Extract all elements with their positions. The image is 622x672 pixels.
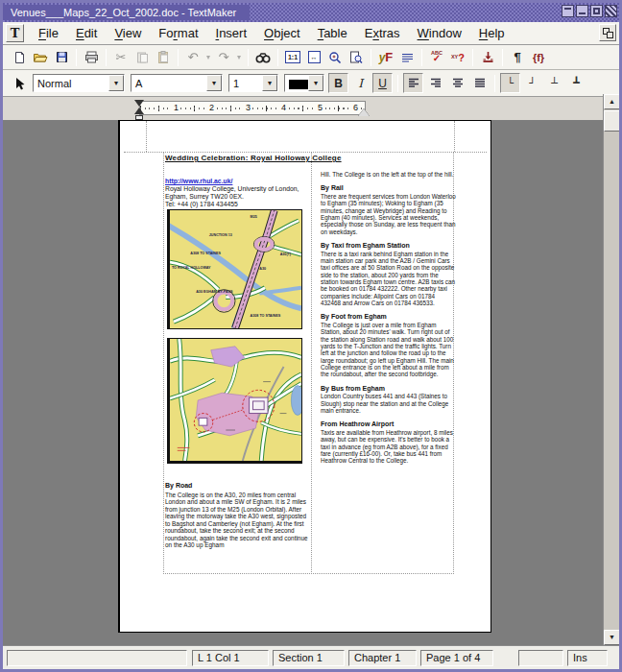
document-page[interactable]: Wedding Celebration: Royal Holloway Coll…	[118, 120, 491, 633]
scrollbar-thumb[interactable]	[604, 110, 620, 132]
page-preview-icon	[349, 51, 363, 63]
section-by-rail: By Rail There are frequent services from…	[321, 184, 456, 235]
map-label-a308-south: A308 TO STAINES	[251, 314, 281, 318]
tab-left-button[interactable]: └	[500, 73, 520, 93]
color-dropdown-icon[interactable]: ▾	[308, 75, 323, 91]
section-by-foot: By Foot from Egham The College is just o…	[321, 313, 456, 377]
campus-map-image[interactable]	[167, 338, 302, 464]
scroll-down-icon[interactable]: ▼	[604, 630, 620, 645]
close-button[interactable]	[605, 5, 617, 17]
paragraph-format-button[interactable]	[396, 47, 418, 68]
menu-item-view[interactable]: View	[106, 24, 150, 42]
redo-dropdown[interactable]: ▾	[234, 53, 244, 61]
size-dropdown-icon[interactable]: ▾	[262, 75, 277, 91]
menu-item-object[interactable]: Object	[255, 24, 309, 42]
map-label-junction-13: JUNCTION 13	[209, 233, 232, 237]
object-mode-button[interactable]	[9, 73, 30, 94]
indent-marker-right[interactable]	[358, 108, 370, 116]
horizontal-ruler[interactable]: 1 2 3 4 5 6	[139, 101, 366, 115]
paste-button[interactable]	[153, 47, 174, 68]
spellcheck-button[interactable]: ABC✓	[426, 47, 447, 68]
ruler-number: 3	[244, 103, 252, 112]
find-button[interactable]	[252, 47, 274, 68]
font-combobox[interactable]: A ▾	[131, 74, 223, 92]
indent-marker-first-line[interactable]	[134, 100, 144, 107]
bold-button[interactable]: B	[328, 73, 348, 93]
map-label-to-royal-holloway: TO ROYAL HOLLOWAY	[172, 266, 211, 270]
standard-toolbar: ✂ ↶ ▾ ↷ ▾ 1:1 ↔ yF ABC✓ XY? ¶ {f}	[3, 45, 619, 70]
maximize-button[interactable]	[590, 5, 603, 17]
menu-item-extras[interactable]: Extras	[356, 24, 409, 42]
undo-dropdown[interactable]: ▾	[203, 53, 213, 61]
textmaker-window: Venues___Maps_22_Oct_2002.doc - TextMake…	[0, 0, 622, 672]
college-website-link[interactable]: http://www.rhul.ac.uk/	[165, 178, 309, 184]
align-right-button[interactable]	[425, 73, 445, 93]
align-left-button[interactable]	[403, 73, 423, 93]
underline-button[interactable]: U	[372, 73, 393, 93]
road-map-image[interactable]: M25 JUNCTION 13 A30(T) A30 A308 TO STAIN…	[167, 209, 302, 329]
zoom-button[interactable]	[324, 47, 346, 68]
map-label-egham-bypass: A30 EGHAM BY-PASS	[196, 290, 233, 294]
status-chapter[interactable]: Chapter 1	[348, 650, 417, 666]
menu-item-window[interactable]: Window	[409, 24, 470, 42]
style-combobox[interactable]: Normal ▾	[33, 74, 125, 92]
align-center-button[interactable]	[447, 73, 467, 93]
status-page[interactable]: Page 1 of 4	[420, 650, 493, 666]
align-justify-button[interactable]	[469, 73, 490, 93]
ruler-number: 4	[279, 103, 288, 112]
print-preview-button[interactable]	[346, 47, 367, 68]
menu-item-table[interactable]: Table	[309, 24, 356, 42]
copy-button[interactable]	[132, 47, 153, 68]
insert-down-icon	[482, 51, 494, 63]
app-icon[interactable]: T	[6, 24, 24, 42]
menu-item-edit[interactable]: Edit	[67, 24, 106, 42]
title-bar[interactable]: Venues___Maps_22_Oct_2002.doc - TextMake…	[3, 3, 619, 22]
tab-right-button[interactable]: ┘	[522, 73, 542, 93]
style-dropdown-icon[interactable]: ▾	[108, 75, 124, 91]
status-insert-mode[interactable]: Ins	[567, 650, 608, 666]
thesaurus-button[interactable]: XY?	[447, 47, 468, 68]
fields-button[interactable]: yF	[375, 47, 396, 68]
minimize-button[interactable]	[576, 5, 588, 17]
vertical-scrollbar[interactable]: ▲ ▼	[603, 94, 619, 645]
menu-item-file[interactable]: File	[30, 24, 67, 42]
new-document-button[interactable]	[9, 47, 30, 68]
font-dropdown-icon[interactable]: ▾	[206, 75, 222, 91]
save-floppy-icon	[56, 51, 68, 63]
menu-item-insert[interactable]: Insert	[207, 24, 256, 42]
tab-center-button[interactable]: ┴	[544, 73, 564, 93]
insert-text-button[interactable]	[477, 47, 498, 68]
map-label-m25: M25	[251, 215, 257, 219]
print-button[interactable]	[81, 47, 102, 68]
font-size-combobox[interactable]: 1 ▾	[228, 74, 278, 92]
menu-bar: T File Edit View Format Insert Object Ta…	[3, 22, 619, 45]
font-color-combobox[interactable]: ▾	[284, 74, 324, 92]
document-workspace[interactable]: Wedding Celebration: Royal Holloway Coll…	[3, 120, 619, 645]
fit-width-icon: ↔	[308, 51, 321, 63]
open-button[interactable]	[30, 47, 51, 68]
tab-decimal-button[interactable]: ┻	[566, 73, 586, 93]
menu-item-help[interactable]: Help	[470, 24, 514, 42]
cut-button[interactable]: ✂	[110, 47, 132, 68]
ruler-number: 2	[207, 103, 216, 112]
status-section[interactable]: Section 1	[273, 650, 345, 666]
document-restore-icon[interactable]	[599, 24, 616, 41]
formula-button[interactable]: {f}	[528, 47, 549, 68]
section-heathrow: From Heathrow Airport Taxis are availabl…	[321, 420, 456, 464]
by-road-heading: By Road	[165, 482, 192, 489]
redo-button[interactable]: ↷	[213, 47, 234, 68]
undo-button[interactable]: ↶	[182, 47, 203, 68]
formatting-marks-button[interactable]: ¶	[507, 47, 528, 68]
spellcheck-icon: ABC✓	[431, 51, 443, 64]
scroll-up-icon[interactable]: ▲	[604, 94, 620, 109]
status-line-col[interactable]: L 1 Col 1	[192, 650, 269, 666]
save-button[interactable]	[51, 47, 72, 68]
zoom-100-button[interactable]: 1:1	[282, 47, 303, 68]
section-by-bus: By Bus from Egham London Country buses 4…	[321, 385, 456, 415]
map-label-a30t: A30(T)	[280, 252, 292, 256]
shade-button[interactable]	[562, 5, 574, 17]
indent-marker-left[interactable]	[134, 108, 144, 114]
italic-button[interactable]: I	[350, 73, 371, 93]
menu-item-format[interactable]: Format	[150, 24, 206, 42]
fit-width-button[interactable]: ↔	[303, 47, 324, 68]
